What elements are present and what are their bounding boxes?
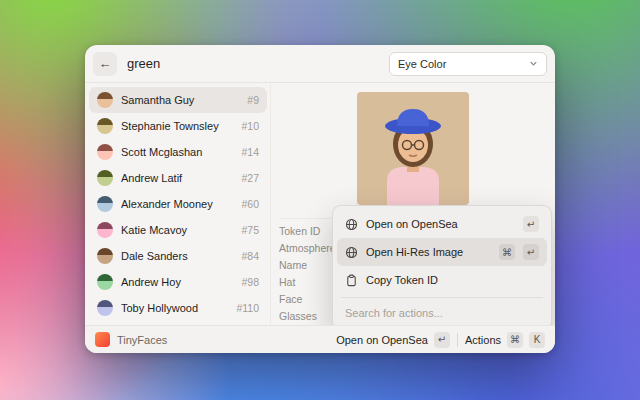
footer-bar: TinyFaces Open on OpenSea ↵ Actions ⌘ K	[85, 325, 555, 353]
avatar	[97, 196, 113, 212]
tinyfaces-window: ← green Eye Color Samantha Guy #9 Stepha…	[85, 45, 555, 353]
avatar	[97, 248, 113, 264]
avatar	[97, 92, 113, 108]
list-item-id: #27	[241, 172, 259, 184]
globe-icon	[345, 218, 358, 231]
list-item-name: Toby Hollywood	[121, 302, 228, 314]
cmd-key-badge: ⌘	[507, 332, 523, 348]
list-item-id: #14	[241, 146, 259, 158]
back-arrow-icon: ←	[99, 56, 112, 71]
list-item-id: #110	[236, 302, 259, 314]
cmd-key-badge: ⌘	[499, 244, 515, 260]
metadata-label: Hat	[279, 276, 295, 288]
globe-icon	[345, 246, 358, 259]
menu-item-open-on-opensea[interactable]: Open on OpenSea ↵	[337, 210, 547, 238]
metadata-label: Atmosphere	[279, 242, 336, 254]
menu-item-open-hires-image[interactable]: Open Hi-Res Image ⌘ ↵	[337, 238, 547, 266]
avatar	[97, 300, 113, 316]
list-item[interactable]: Scott Mcglashan #14	[89, 139, 267, 165]
app-name: TinyFaces	[117, 334, 329, 346]
actions-menu: Open on OpenSea ↵ Open Hi-Res Image ⌘ ↵ …	[332, 205, 552, 330]
enter-key-badge: ↵	[523, 244, 539, 260]
menu-item-label: Open on OpenSea	[366, 218, 515, 230]
enter-key-badge: ↵	[523, 216, 539, 232]
list-item[interactable]: Katie Mcavoy #75	[89, 217, 267, 243]
clipboard-icon	[345, 274, 358, 287]
list-item-name: Katie Mcavoy	[121, 224, 233, 236]
avatar	[97, 170, 113, 186]
list-item[interactable]: Samantha Guy #9	[89, 87, 267, 113]
menu-item-label: Open Hi-Res Image	[366, 246, 491, 258]
metadata-label: Glasses	[279, 310, 317, 322]
enter-key-badge: ↵	[434, 332, 450, 348]
avatar	[97, 274, 113, 290]
footer-actions-label: Actions	[465, 334, 501, 346]
menu-item-label: Copy Token ID	[366, 274, 539, 286]
avatar	[97, 222, 113, 238]
list-item-id: #9	[247, 94, 259, 106]
footer-primary-label: Open on OpenSea	[336, 334, 428, 346]
list-item-name: Samantha Guy	[121, 94, 239, 106]
list-item-id: #84	[241, 250, 259, 262]
list-item[interactable]: Stephanie Townsley #10	[89, 113, 267, 139]
list-item-id: #98	[241, 276, 259, 288]
actions-search-input[interactable]	[337, 301, 547, 325]
list-item-id: #75	[241, 224, 259, 236]
footer-actions-button[interactable]: Actions ⌘ K	[465, 332, 545, 348]
list-item[interactable]: Dale Sanders #84	[89, 243, 267, 269]
footer-divider	[457, 333, 458, 347]
header: ← green Eye Color	[85, 45, 555, 83]
list-item[interactable]: Andrew Hoy #98	[89, 269, 267, 295]
list-item[interactable]: Andrew Latif #27	[89, 165, 267, 191]
metadata-label: Face	[279, 293, 302, 305]
back-button[interactable]: ←	[93, 52, 117, 76]
avatar-illustration	[357, 92, 469, 205]
metadata-label: Name	[279, 259, 307, 271]
list-item-name: Scott Mcglashan	[121, 146, 233, 158]
chevron-down-icon	[529, 59, 538, 68]
list-item-name: Andrew Latif	[121, 172, 233, 184]
token-image	[357, 92, 469, 205]
list-item-name: Alexander Mooney	[121, 198, 233, 210]
list-item-name: Dale Sanders	[121, 250, 233, 262]
menu-item-copy-token-id[interactable]: Copy Token ID	[337, 266, 547, 294]
results-list: Samantha Guy #9 Stephanie Townsley #10 S…	[89, 87, 267, 323]
eye-color-dropdown[interactable]: Eye Color	[389, 52, 547, 76]
avatar	[97, 118, 113, 134]
menu-divider	[341, 297, 543, 298]
list-item-name: Andrew Hoy	[121, 276, 233, 288]
tinyfaces-logo-icon	[95, 332, 110, 347]
footer-open-on-opensea-button[interactable]: Open on OpenSea ↵	[336, 332, 450, 348]
list-item-id: #10	[241, 120, 259, 132]
k-key-badge: K	[529, 332, 545, 348]
search-input[interactable]: green	[127, 56, 379, 71]
avatar	[97, 144, 113, 160]
dropdown-value: Eye Color	[398, 58, 446, 70]
list-item[interactable]: Alexander Mooney #60	[89, 191, 267, 217]
list-item-id: #60	[241, 198, 259, 210]
list-item[interactable]: Toby Hollywood #110	[89, 295, 267, 321]
desktop-background: ← green Eye Color Samantha Guy #9 Stepha…	[0, 0, 640, 400]
metadata-label: Token ID	[279, 225, 320, 237]
list-item-name: Stephanie Townsley	[121, 120, 233, 132]
